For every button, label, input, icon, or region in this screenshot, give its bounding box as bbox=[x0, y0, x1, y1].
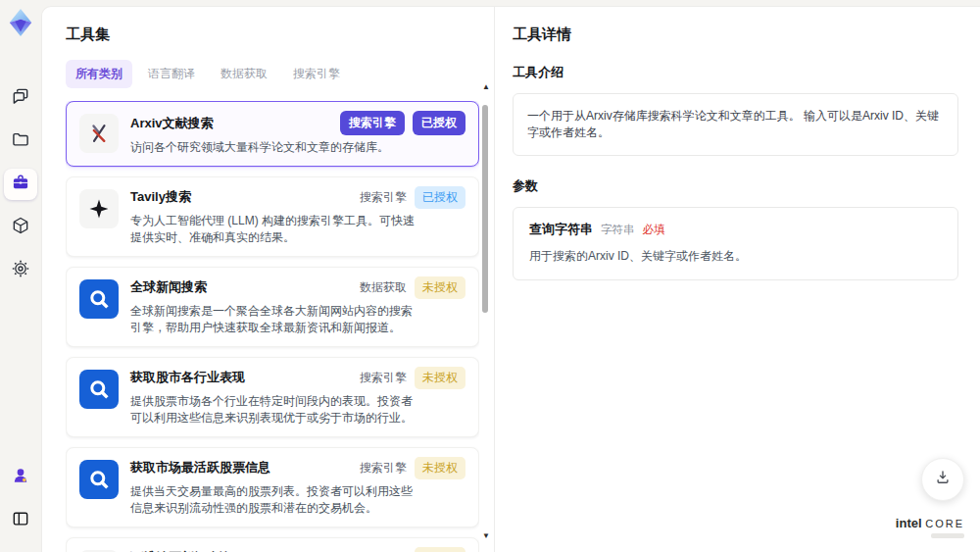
app-window: 工具集 所有类别语言翻译数据获取搜索引擎 Arxiv文献搜索 搜索引擎 已授权 … bbox=[0, 0, 980, 552]
tavily-star-icon bbox=[79, 189, 119, 228]
auth-status-badge: 未授权 bbox=[415, 547, 466, 552]
cube-icon bbox=[11, 216, 30, 239]
tool-list-pane: 工具集 所有类别语言翻译数据获取搜索引擎 Arxiv文献搜索 搜索引擎 已授权 … bbox=[42, 7, 494, 552]
param-description: 用于搜索的Arxiv ID、关键字或作者姓名。 bbox=[529, 248, 942, 265]
page-title: 工具集 bbox=[66, 25, 476, 44]
sidebar bbox=[0, 0, 41, 552]
sidebar-item-chat[interactable] bbox=[4, 82, 37, 114]
panel-layout-icon bbox=[11, 509, 30, 532]
sidebar-item-files[interactable] bbox=[4, 125, 37, 157]
brand-subtext-blur bbox=[931, 533, 964, 538]
folder-icon bbox=[11, 129, 30, 153]
param-required-badge: 必填 bbox=[643, 223, 665, 237]
magnifier-logo-icon bbox=[79, 279, 119, 319]
magnifier-logo-icon bbox=[79, 370, 119, 409]
download-icon bbox=[934, 469, 952, 490]
tab-1[interactable]: 语言翻译 bbox=[138, 60, 205, 88]
tool-name: Tavily搜索 bbox=[130, 188, 191, 206]
sidebar-item-packages[interactable] bbox=[4, 212, 37, 243]
category-badge: 搜索引擎 bbox=[340, 111, 405, 135]
sidebar-item-settings[interactable] bbox=[4, 255, 37, 286]
tool-intro-text: 一个用于从Arxiv存储库搜索科学论文和文章的工具。 输入可以是Arxiv ID… bbox=[513, 93, 958, 156]
category-badge: 数据获取 bbox=[360, 279, 407, 296]
sidebar-item-toolbox[interactable] bbox=[4, 169, 37, 200]
tool-description: 访问各个研究领域大量科学论文和文章的存储库。 bbox=[130, 139, 420, 157]
tool-card[interactable]: Arxiv文献搜索 搜索引擎 已授权 访问各个研究领域大量科学论文和文章的存储库… bbox=[66, 101, 479, 167]
params-heading: 参数 bbox=[513, 177, 958, 195]
tool-description: 提供股票市场各个行业在特定时间段内的表现。投资者可以利用这些信息来识别表现优于或… bbox=[130, 393, 420, 427]
tool-card[interactable]: 获取股市各行业表现 搜索引擎 未授权 提供股票市场各个行业在特定时间段内的表现。… bbox=[66, 357, 479, 437]
category-tabs: 所有类别语言翻译数据获取搜索引擎 bbox=[66, 60, 476, 88]
param-type: 字符串 bbox=[601, 223, 635, 237]
brand-core-text: core bbox=[925, 518, 964, 529]
tool-list: Arxiv文献搜索 搜索引擎 已授权 访问各个研究领域大量科学论文和文章的存储库… bbox=[66, 101, 479, 552]
auth-status-badge: 未授权 bbox=[415, 276, 466, 299]
brand-intel-text: intel bbox=[896, 516, 922, 530]
category-badge: 搜索引擎 bbox=[360, 370, 407, 386]
tab-0[interactable]: 所有类别 bbox=[66, 60, 132, 88]
user-icon bbox=[11, 466, 30, 489]
tool-description: 全球新闻搜索是一个聚合全球各大新闻网站内容的搜索引擎，帮助用户快速获取全球最新资… bbox=[130, 303, 420, 337]
tool-card[interactable]: 万维地区新闻查询 搜索引擎 未授权 查询具体行政区划内的新闻，快速了解各地新闻动… bbox=[66, 537, 479, 552]
scroll-up-arrow[interactable]: ▲ bbox=[482, 83, 490, 91]
tool-name: 获取股市各行业表现 bbox=[130, 369, 245, 386]
magnifier-logo-icon bbox=[79, 460, 119, 499]
tool-name: 全球新闻搜索 bbox=[130, 278, 207, 296]
arxiv-logo-icon bbox=[79, 114, 119, 153]
sidebar-item-user[interactable] bbox=[4, 462, 37, 493]
app-logo-icon bbox=[6, 8, 35, 37]
scrollbar[interactable] bbox=[482, 93, 488, 536]
chat-icon bbox=[11, 86, 30, 110]
auth-status-badge: 已授权 bbox=[415, 186, 466, 209]
tool-description: 专为人工智能代理 (LLM) 构建的搜索引擎工具。可快速提供实时、准确和真实的结… bbox=[130, 213, 420, 247]
sidebar-item-collapse[interactable] bbox=[4, 505, 37, 536]
tool-card[interactable]: 获取市场最活跃股票信息 搜索引擎 未授权 提供当天交易量最高的股票列表。投资者可… bbox=[66, 447, 479, 527]
main-content: 工具集 所有类别语言翻译数据获取搜索引擎 Arxiv文献搜索 搜索引擎 已授权 … bbox=[41, 6, 980, 552]
tab-2[interactable]: 数据获取 bbox=[211, 60, 277, 88]
tool-card[interactable]: 全球新闻搜索 数据获取 未授权 全球新闻搜索是一个聚合全球各大新闻网站内容的搜索… bbox=[66, 267, 479, 347]
tab-3[interactable]: 搜索引擎 bbox=[283, 60, 350, 88]
detail-title: 工具详情 bbox=[513, 25, 958, 44]
download-button[interactable] bbox=[921, 458, 964, 501]
tool-detail-pane: 工具详情 工具介绍 一个用于从Arxiv存储库搜索科学论文和文章的工具。 输入可… bbox=[494, 7, 980, 552]
intro-heading: 工具介绍 bbox=[513, 64, 958, 81]
scroll-down-arrow[interactable]: ▼ bbox=[482, 532, 490, 540]
category-badge: 搜索引擎 bbox=[360, 189, 407, 206]
auth-status-badge: 未授权 bbox=[415, 457, 466, 479]
gear-icon bbox=[11, 259, 30, 282]
toolbox-icon bbox=[11, 173, 30, 196]
parameter-card: 查询字符串 字符串 必填 用于搜索的Arxiv ID、关键字或作者姓名。 bbox=[513, 207, 958, 280]
tool-card[interactable]: Tavily搜索 搜索引擎 已授权 专为人工智能代理 (LLM) 构建的搜索引擎… bbox=[66, 176, 479, 257]
tool-description: 提供当天交易量最高的股票列表。投资者可以利用这些信息来识别流动性强的股票和潜在的… bbox=[130, 483, 420, 518]
auth-status-badge: 未授权 bbox=[415, 367, 466, 389]
auth-status-badge: 已授权 bbox=[413, 111, 466, 135]
tool-name: 获取市场最活跃股票信息 bbox=[130, 459, 270, 477]
intel-core-logo: intel core bbox=[896, 516, 964, 538]
tool-name: Arxiv文献搜索 bbox=[130, 115, 214, 132]
category-badge: 搜索引擎 bbox=[360, 460, 407, 477]
scrollbar-thumb[interactable] bbox=[482, 105, 488, 313]
param-name: 查询字符串 bbox=[529, 221, 593, 238]
